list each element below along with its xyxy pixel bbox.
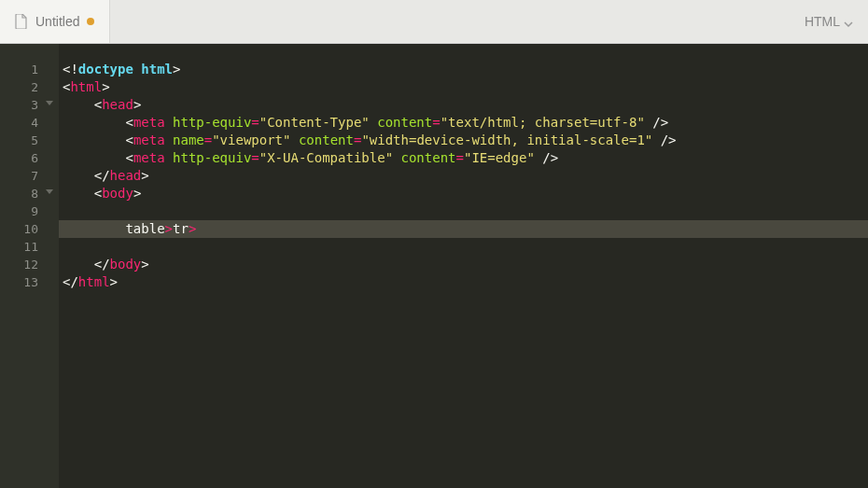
token-angle: > bbox=[141, 168, 148, 183]
token-str: "text/html; charset=utf-8" bbox=[441, 115, 645, 130]
token-angle: < bbox=[125, 115, 133, 130]
code-line[interactable]: <body> bbox=[59, 185, 868, 202]
code-line[interactable]: <!doctype html> bbox=[59, 61, 868, 78]
file-icon bbox=[15, 14, 28, 29]
token-op: > bbox=[189, 221, 196, 236]
token-tag: body bbox=[110, 257, 142, 272]
line-number: 11 bbox=[0, 238, 59, 256]
language-selector[interactable]: HTML bbox=[790, 0, 868, 43]
token-doctype: doctype html bbox=[78, 62, 173, 77]
token-angle: <! bbox=[63, 62, 78, 77]
token-plain: tr bbox=[173, 221, 189, 236]
token-plain bbox=[165, 132, 173, 147]
token-plain bbox=[290, 132, 298, 147]
token-angle: > bbox=[133, 97, 141, 112]
language-label: HTML bbox=[805, 14, 840, 29]
token-tag: head bbox=[102, 97, 133, 112]
line-number: 1 bbox=[0, 61, 59, 78]
token-str: "IE=edge" bbox=[464, 150, 535, 165]
token-angle: </ bbox=[94, 168, 110, 183]
line-number: 7 bbox=[0, 167, 59, 185]
token-plain bbox=[645, 115, 652, 130]
token-str: "width=device-width, initial-scale=1" bbox=[361, 132, 652, 147]
line-number: 5 bbox=[0, 132, 59, 149]
token-plain bbox=[535, 150, 542, 165]
token-tag: meta bbox=[133, 115, 165, 130]
token-op: = bbox=[251, 115, 259, 130]
tab-bar-spacer bbox=[110, 0, 789, 43]
editor: 12345678910111213 <!doctype html><html> … bbox=[0, 44, 868, 488]
code-line[interactable] bbox=[59, 238, 868, 256]
line-number: 10 bbox=[0, 220, 59, 238]
token-op: = bbox=[432, 115, 440, 130]
code-line[interactable]: <meta http-equiv="X-UA-Compatible" conte… bbox=[59, 149, 868, 167]
line-number: 4 bbox=[0, 114, 59, 132]
tab-untitled[interactable]: Untitled bbox=[0, 0, 110, 43]
token-plain bbox=[165, 115, 173, 130]
token-angle: /> bbox=[661, 132, 677, 147]
gutter: 12345678910111213 bbox=[0, 44, 59, 488]
code-line[interactable] bbox=[59, 202, 868, 220]
chevron-down-icon bbox=[844, 17, 853, 26]
token-attr: content bbox=[377, 115, 432, 130]
line-number: 3 bbox=[0, 96, 59, 114]
line-number: 9 bbox=[0, 202, 59, 220]
token-angle: </ bbox=[94, 257, 110, 272]
token-op: > bbox=[165, 221, 173, 236]
dirty-indicator-icon bbox=[87, 18, 94, 25]
token-plain bbox=[370, 115, 377, 130]
code-line[interactable]: </body> bbox=[59, 256, 868, 273]
token-angle: /> bbox=[652, 115, 668, 130]
tab-bar: Untitled HTML bbox=[0, 0, 868, 44]
token-tag: head bbox=[110, 168, 142, 183]
code-line[interactable]: table>tr> bbox=[59, 220, 868, 238]
token-angle: > bbox=[173, 62, 180, 77]
token-angle: /> bbox=[542, 150, 558, 165]
token-op: = bbox=[204, 132, 212, 147]
token-angle: > bbox=[133, 186, 141, 201]
token-tag: html bbox=[78, 274, 110, 289]
line-number: 8 bbox=[0, 185, 59, 202]
line-number: 6 bbox=[0, 149, 59, 167]
token-attr: content bbox=[299, 132, 354, 147]
token-attr: http-equiv bbox=[173, 150, 251, 165]
code-line[interactable]: <meta http-equiv="Content-Type" content=… bbox=[59, 114, 868, 132]
code-line[interactable]: <html> bbox=[59, 78, 868, 96]
token-angle: < bbox=[94, 186, 102, 201]
line-number: 12 bbox=[0, 256, 59, 273]
token-op: = bbox=[456, 150, 464, 165]
token-attr: content bbox=[401, 150, 456, 165]
token-op: = bbox=[251, 150, 259, 165]
token-tag: body bbox=[102, 186, 133, 201]
token-plain bbox=[393, 150, 400, 165]
code-line[interactable]: <meta name="viewport" content="width=dev… bbox=[59, 132, 868, 149]
token-attr: http-equiv bbox=[173, 115, 251, 130]
token-angle: > bbox=[110, 274, 118, 289]
token-str: "Content-Type" bbox=[259, 115, 370, 130]
token-plain bbox=[652, 132, 660, 147]
token-plain bbox=[165, 150, 173, 165]
token-angle: < bbox=[94, 97, 102, 112]
token-angle: > bbox=[102, 79, 109, 94]
token-tag: meta bbox=[133, 132, 165, 147]
token-angle: < bbox=[125, 150, 133, 165]
line-number: 13 bbox=[0, 273, 59, 291]
token-attr: name bbox=[173, 132, 204, 147]
code-area[interactable]: <!doctype html><html> <head> <meta http-… bbox=[59, 44, 868, 488]
code-line[interactable]: </head> bbox=[59, 167, 868, 185]
token-str: "X-UA-Compatible" bbox=[259, 150, 393, 165]
token-angle: < bbox=[125, 132, 133, 147]
token-tag: meta bbox=[133, 150, 165, 165]
fold-arrow-icon[interactable] bbox=[46, 101, 53, 105]
tab-title: Untitled bbox=[35, 14, 79, 29]
code-line[interactable]: </html> bbox=[59, 273, 868, 291]
line-number: 2 bbox=[0, 78, 59, 96]
token-angle: </ bbox=[63, 274, 78, 289]
token-plain: table bbox=[125, 221, 164, 236]
fold-arrow-icon[interactable] bbox=[46, 189, 53, 194]
token-tag: html bbox=[70, 79, 102, 94]
token-str: "viewport" bbox=[212, 132, 290, 147]
token-angle: > bbox=[141, 257, 148, 272]
code-line[interactable]: <head> bbox=[59, 96, 868, 114]
